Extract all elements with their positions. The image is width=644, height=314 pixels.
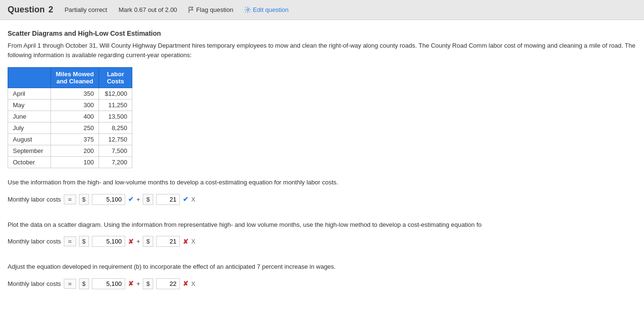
data-table: Miles Mowedand Cleaned LaborCosts April3… (8, 67, 132, 168)
equation-row-2: Monthly labor costs=$✘+$✘X (8, 234, 636, 249)
table-row: June40013,500 (8, 111, 132, 122)
plus-sign: + (137, 196, 140, 203)
table-cell-2: $12,000 (99, 88, 132, 100)
variable-cost-input[interactable] (156, 236, 180, 247)
requirement-text-1: Use the information from the high- and l… (8, 178, 636, 187)
mark-label: Mark 0.67 out of 2.00 (119, 6, 177, 13)
description-text: From April 1 through October 31, Will Co… (8, 41, 636, 60)
table-row: September2007,500 (8, 145, 132, 157)
requirement-text-2: Plot the data on a scatter diagram. Usin… (8, 220, 636, 230)
col-header-miles: Miles Mowedand Cleaned (51, 68, 99, 88)
table-cell-0: July (8, 122, 51, 134)
main-content: Scatter Diagrams and High-Low Cost Estim… (0, 20, 644, 314)
dollar-sign-1: $ (79, 194, 89, 205)
table-cell-1: 100 (51, 157, 99, 168)
question-text: Question (8, 5, 45, 14)
check-icon-2: ✘ (183, 280, 188, 287)
table-cell-2: 7,500 (99, 145, 132, 157)
table-row: April350$12,000 (8, 88, 132, 100)
equation-label: Monthly labor costs (8, 238, 61, 245)
close-button[interactable]: X (191, 238, 196, 245)
table-row: July2508,250 (8, 122, 132, 134)
table-cell-0: June (8, 111, 51, 122)
flag-question-button[interactable]: Flag question (188, 6, 233, 13)
table-cell-2: 11,250 (99, 100, 132, 111)
requirement-1: Use the information from the high- and l… (8, 178, 636, 207)
table-cell-1: 400 (51, 111, 99, 122)
table-cell-0: August (8, 134, 51, 145)
svg-point-0 (247, 9, 249, 11)
dollar-sign-1: $ (79, 278, 89, 289)
plus-sign: + (137, 280, 140, 287)
equation-label: Monthly labor costs (8, 280, 61, 287)
dollar-sign-1: $ (79, 236, 89, 247)
check-icon-2: ✘ (183, 238, 188, 245)
table-cell-0: April (8, 88, 51, 100)
question-number: 2 (49, 5, 53, 14)
table-cell-1: 375 (51, 134, 99, 145)
variable-cost-input[interactable] (156, 194, 180, 205)
equals-sign: = (64, 194, 76, 204)
check-icon-1: ✔ (128, 195, 134, 203)
check-icon-2: ✔ (183, 195, 188, 203)
top-bar: Question 2 Partially correct Mark 0.67 o… (0, 0, 644, 20)
table-row: May30011,250 (8, 100, 132, 111)
check-icon-1: ✘ (128, 280, 134, 287)
variable-cost-input[interactable] (156, 278, 180, 289)
fixed-cost-input[interactable] (92, 236, 125, 247)
dollar-sign-2: $ (143, 194, 153, 205)
requirement-3: Adjust the equation developed in require… (8, 262, 636, 291)
fixed-cost-input[interactable] (92, 194, 125, 205)
close-button[interactable]: X (191, 196, 196, 203)
table-cell-1: 200 (51, 145, 99, 157)
equation-row-1: Monthly labor costs=$✔+$✔X (8, 192, 636, 207)
table-cell-1: 250 (51, 122, 99, 134)
plus-sign: + (137, 238, 140, 245)
equation-label: Monthly labor costs (8, 196, 61, 203)
table-row: August37512,750 (8, 134, 132, 145)
edit-question-label: Edit question (253, 6, 288, 13)
flag-icon (188, 7, 194, 13)
dollar-sign-2: $ (143, 278, 153, 289)
section-title: Scatter Diagrams and High-Low Cost Estim… (8, 30, 636, 37)
fixed-cost-input[interactable] (92, 278, 125, 289)
requirement-2: Plot the data on a scatter diagram. Usin… (8, 220, 636, 249)
col-header-labor: LaborCosts (99, 68, 132, 88)
requirement-text-3: Adjust the equation developed in require… (8, 262, 636, 272)
equals-sign: = (64, 236, 76, 246)
equals-sign: = (64, 279, 76, 289)
status-badge: Partially correct (65, 6, 108, 13)
question-label: Question 2 (8, 5, 53, 15)
table-cell-1: 300 (51, 100, 99, 111)
table-cell-0: May (8, 100, 51, 111)
check-icon-1: ✘ (128, 238, 134, 245)
col-header-month (8, 68, 51, 88)
table-cell-2: 13,500 (99, 111, 132, 122)
close-button[interactable]: X (191, 280, 196, 287)
dollar-sign-2: $ (143, 236, 153, 247)
table-cell-2: 7,200 (99, 157, 132, 168)
table-cell-0: October (8, 157, 51, 168)
gear-icon (245, 7, 251, 13)
edit-question-button[interactable]: Edit question (245, 6, 288, 13)
table-cell-0: September (8, 145, 51, 157)
table-cell-2: 12,750 (99, 134, 132, 145)
table-cell-2: 8,250 (99, 122, 132, 134)
equation-row-3: Monthly labor costs=$✘+$✘X (8, 276, 636, 291)
table-row: October1007,200 (8, 157, 132, 168)
table-cell-1: 350 (51, 88, 99, 100)
